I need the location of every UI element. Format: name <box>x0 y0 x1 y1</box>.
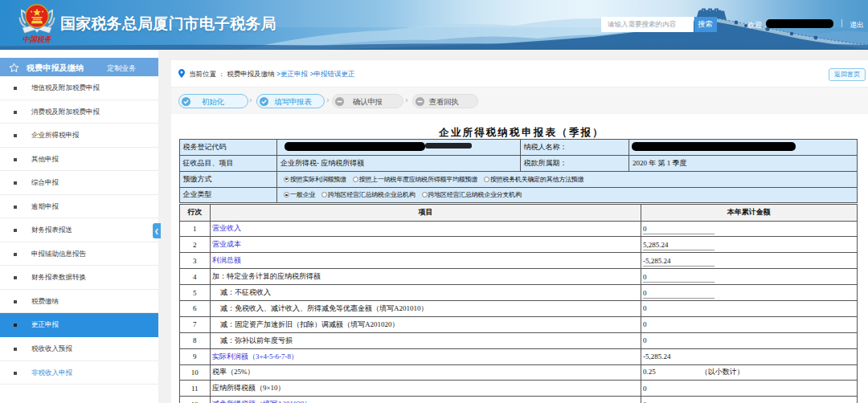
svg-text:中国税务: 中国税务 <box>23 35 52 43</box>
